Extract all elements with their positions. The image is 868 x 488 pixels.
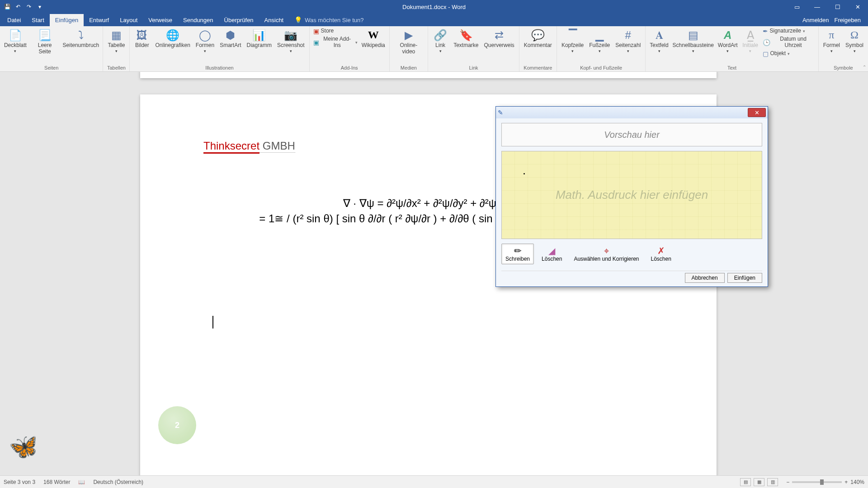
view-web-layout[interactable]: ▥: [767, 478, 778, 486]
datum-uhrzeit-button[interactable]: 🕒Datum und Uhrzeit: [762, 36, 816, 49]
group-label-link: Link: [431, 64, 516, 71]
dialog-close-button[interactable]: ✕: [748, 108, 766, 117]
minimize-icon[interactable]: —: [807, 0, 827, 14]
ink-placeholder: Math. Ausdruck hier einfügen: [556, 188, 708, 202]
fusszeile-button[interactable]: ▁Fußzeile▾: [587, 27, 612, 54]
tab-layout[interactable]: Layout: [114, 14, 143, 26]
kopfzeile-label: Kopfzeile: [561, 42, 584, 49]
querverweis-button[interactable]: ⇄Querverweis: [482, 27, 516, 50]
status-page[interactable]: Seite 3 von 3: [4, 479, 35, 485]
ribbon-options-icon[interactable]: ▭: [787, 0, 807, 14]
link-button[interactable]: 🔗Link▾: [431, 27, 450, 54]
view-read-mode[interactable]: ▤: [740, 478, 751, 486]
share-button[interactable]: Freigeben: [834, 17, 861, 23]
status-bar: Seite 3 von 3 168 Wörter 📖 Deutsch (Öste…: [0, 475, 868, 488]
textmarke-button[interactable]: 🔖Textmarke: [452, 27, 480, 50]
company-name: Thinksecret GMBH: [203, 140, 295, 153]
store-button[interactable]: ▣Store: [312, 27, 359, 35]
qat-customize-icon[interactable]: ▾: [36, 3, 43, 10]
tab-ansicht[interactable]: Ansicht: [259, 14, 289, 26]
zoom-thumb[interactable]: [820, 479, 824, 485]
ink-input-area[interactable]: Math. Ausdruck hier einfügen: [501, 151, 762, 239]
screenshot-icon: 📷: [284, 28, 297, 42]
bilder-button[interactable]: 🖼Bilder: [132, 27, 151, 50]
redo-icon[interactable]: ↷: [25, 3, 33, 10]
smartart-button[interactable]: ⬢SmartArt: [218, 27, 243, 50]
querverweis-label: Querverweis: [484, 42, 514, 49]
tool-schreiben[interactable]: ✏Schreiben: [501, 244, 534, 264]
wikipedia-icon: W: [368, 28, 379, 42]
tell-me-search[interactable]: 💡 Was möchten Sie tun?: [294, 16, 363, 26]
seitenzahl-button[interactable]: #Seitenzahl▾: [613, 27, 642, 54]
tab-sendungen[interactable]: Sendungen: [178, 14, 219, 26]
tool-clear[interactable]: ✗Löschen: [647, 244, 675, 264]
view-print-layout[interactable]: ▦: [754, 478, 764, 486]
onlinegrafiken-button[interactable]: 🌐Onlinegrafiken: [153, 27, 192, 50]
view-switcher: ▤ ▦ ▥: [740, 478, 778, 486]
onlinevideo-button[interactable]: ▶Online-video: [392, 27, 425, 56]
group-addins: ▣Store ▣Meine Add-Ins WWikipedia Add-Ins: [310, 26, 390, 71]
wordart-icon: A: [724, 28, 731, 42]
collapse-ribbon-icon[interactable]: ⌃: [863, 65, 866, 70]
tab-datei[interactable]: Datei: [2, 14, 26, 26]
zoom-slider[interactable]: [792, 481, 842, 483]
fusszeile-label: Fußzeile: [589, 42, 610, 49]
kopfzeile-button[interactable]: ▔Kopfzeile▾: [560, 27, 585, 54]
page-number-icon: #: [625, 28, 631, 42]
dialog-insert-button[interactable]: Einfügen: [727, 273, 762, 283]
tab-start[interactable]: Start: [26, 14, 49, 26]
dialog-titlebar[interactable]: ✎ ✕: [496, 107, 768, 118]
zoom-in-button[interactable]: +: [844, 479, 848, 485]
zoom-level[interactable]: 140%: [850, 479, 864, 485]
formel-button[interactable]: πFormel▾: [821, 27, 842, 54]
undo-icon[interactable]: ↶: [14, 3, 22, 10]
erase-icon: ◢: [548, 246, 555, 256]
spellcheck-icon[interactable]: 📖: [78, 479, 85, 485]
tool-loeschen[interactable]: ◢Löschen: [538, 244, 566, 264]
status-language[interactable]: Deutsch (Österreich): [93, 479, 143, 485]
clear-icon: ✗: [657, 246, 665, 256]
company-suffix: GMBH: [259, 140, 295, 152]
objekt-label: Objekt: [770, 51, 786, 57]
formen-button[interactable]: ◯Formen▾: [194, 27, 216, 54]
leere-seite-button[interactable]: 📃Leere Seite: [30, 27, 60, 56]
table-icon: ▦: [111, 28, 122, 42]
schnellbausteine-label: Schnellbausteine: [673, 42, 714, 49]
text-cursor: [212, 316, 213, 328]
tool-auswaehlen[interactable]: ⌖Auswählen und Korrigieren: [570, 244, 643, 264]
link-label: Link: [435, 42, 445, 49]
tab-einfuegen[interactable]: Einfügen: [50, 14, 84, 26]
initiale-button[interactable]: A̲Initiale▾: [741, 27, 760, 54]
tool-auswaehlen-label: Auswählen und Korrigieren: [574, 256, 639, 262]
maximize-icon[interactable]: ☐: [827, 0, 848, 14]
sign-in-link[interactable]: Anmelden: [802, 17, 829, 23]
wordart-button[interactable]: AWordArt▾: [717, 27, 739, 54]
annotation-badge: 2: [158, 406, 196, 444]
tabelle-button[interactable]: ▦Tabelle▾: [106, 27, 127, 54]
lightbulb-icon: 💡: [294, 16, 302, 23]
screenshot-button[interactable]: 📷Screenshot▾: [275, 27, 307, 54]
textfeld-button[interactable]: 𝐀Textfeld▾: [648, 27, 670, 54]
tab-entwurf[interactable]: Entwurf: [84, 14, 114, 26]
close-icon[interactable]: ✕: [848, 0, 868, 14]
meine-addins-button[interactable]: ▣Meine Add-Ins: [312, 36, 359, 49]
symbol-button[interactable]: ΩSymbol▾: [844, 27, 865, 54]
tab-verweise[interactable]: Verweise: [143, 14, 178, 26]
save-icon[interactable]: 💾: [4, 3, 11, 10]
chevron-down-icon: ▾: [658, 49, 660, 53]
tab-ueberpruefen[interactable]: Überprüfen: [219, 14, 259, 26]
objekt-button[interactable]: ▢Objekt: [762, 50, 816, 58]
schnellbausteine-button[interactable]: ▤Schnellbausteine▾: [672, 27, 715, 54]
diagramm-button[interactable]: 📊Diagramm: [245, 27, 274, 50]
cross-reference-icon: ⇄: [495, 28, 504, 42]
deckblatt-button[interactable]: 📄Deckblatt▾: [3, 27, 28, 54]
signaturzeile-button[interactable]: ✒Signaturzeile: [762, 27, 816, 35]
kommentar-button[interactable]: 💬Kommentar: [522, 27, 554, 50]
zoom-out-button[interactable]: −: [786, 479, 789, 485]
status-word-count[interactable]: 168 Wörter: [43, 479, 70, 485]
link-icon: 🔗: [434, 28, 447, 42]
wikipedia-button[interactable]: WWikipedia: [360, 27, 387, 50]
dialog-cancel-button[interactable]: Abbrechen: [685, 273, 725, 283]
group-link: 🔗Link▾ 🔖Textmarke ⇄Querverweis Link: [428, 26, 519, 71]
seitenumbruch-button[interactable]: ⤵Seitenumbruch: [61, 27, 100, 50]
